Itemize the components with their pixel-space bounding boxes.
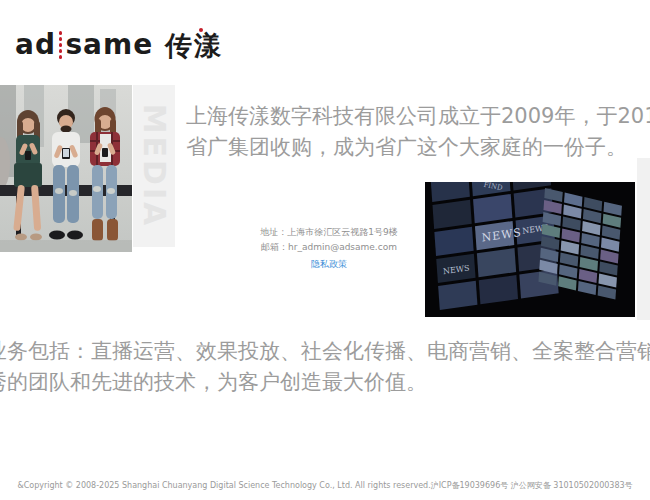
logo-text-same: same (65, 31, 153, 59)
services-line2: 秀的团队和先进的技术，为客户创造最大价值。 (0, 367, 650, 398)
services-paragraph: 业务包括：直播运营、效果投放、社会化传播、电商营销、全案整合营销， 秀的团队和先… (0, 336, 650, 398)
privacy-policy-link[interactable]: 隐私政策 (311, 257, 347, 272)
copyright-text: &Copyright © 2008-2025 Shanghai Chuanyan… (17, 481, 430, 490)
logo-text-chinese: 传漾 (165, 32, 223, 59)
adsame-homepage: ad same 传漾 (0, 0, 650, 500)
email-text: 邮箱：hr_admin@adsame.com (238, 240, 420, 255)
company-intro-paragraph: 上海传漾数字科技有限公司成立于2009年，于2015 省广集团收购，成为省广这个… (186, 101, 650, 163)
company-intro-line1: 上海传漾数字科技有限公司成立于2009年，于2015 (186, 101, 650, 132)
contact-block: 地址：上海市徐汇区云视路1号9楼 邮箱：hr_admin@adsame.com … (238, 225, 420, 272)
company-intro-line2: 省广集团收购，成为省广这个大家庭的一份子。 (186, 132, 650, 163)
services-line1: 业务包括：直播运营、效果投放、社会化传播、电商营销、全案整合营销， (0, 336, 650, 367)
logo-red-dot-icon (199, 28, 203, 32)
footer: &Copyright © 2008-2025 Shanghai Chuanyan… (0, 480, 650, 491)
logo-text-ad: ad (15, 31, 56, 59)
media-watermark-panel: MEDIA (133, 85, 175, 247)
adsame-logo: ad same 传漾 (15, 26, 223, 64)
media-watermark-text: MEDIA (137, 104, 172, 229)
right-watermark-panel: MARKETING (637, 158, 650, 320)
police-record-link[interactable]: 沪公网安备 31010502000383号 (508, 481, 632, 490)
tv-wall-photo: NEWS NEWS NEWS FIND (425, 182, 635, 317)
icp-license-link[interactable]: 沪ICP备19039696号 (431, 481, 509, 490)
people-on-bench-photo (0, 85, 132, 252)
address-text: 地址：上海市徐汇区云视路1号9楼 (238, 225, 420, 240)
logo-red-dots-icon (59, 31, 63, 59)
